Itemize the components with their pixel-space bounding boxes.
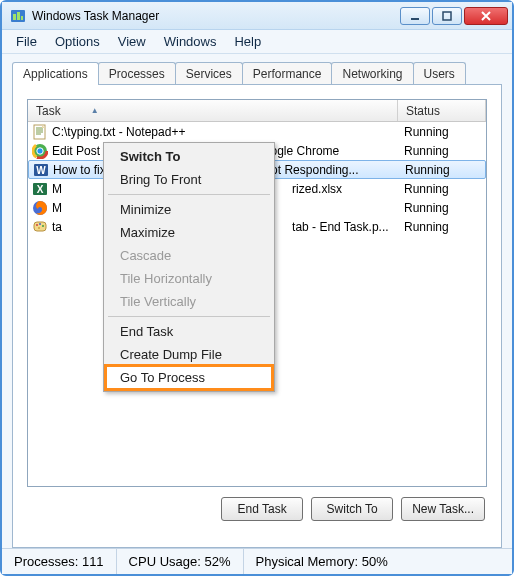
column-status[interactable]: Status: [398, 100, 486, 121]
notepadpp-icon: [32, 124, 48, 140]
context-menu-item[interactable]: Create Dump File: [106, 343, 272, 366]
task-manager-window: Windows Task Manager File Options View W…: [0, 0, 514, 576]
new-task-button[interactable]: New Task...: [401, 497, 485, 521]
svg-text:W: W: [36, 165, 46, 176]
column-status-label: Status: [406, 104, 440, 118]
window-title: Windows Task Manager: [32, 9, 400, 23]
svg-rect-3: [21, 16, 23, 20]
svg-rect-4: [411, 18, 419, 20]
minimize-button[interactable]: [400, 7, 430, 25]
button-row: End Task Switch To New Task...: [27, 487, 487, 533]
context-menu-item[interactable]: End Task: [106, 320, 272, 343]
task-cell: C:\typing.txt - Notepad++: [28, 124, 398, 140]
context-menu-item: Tile Horizontally: [106, 267, 272, 290]
paint-icon: [32, 219, 48, 235]
svg-point-19: [42, 225, 44, 227]
status-cpu: CPU Usage: 52%: [117, 549, 244, 574]
tab-applications[interactable]: Applications: [12, 62, 99, 85]
tabstrip: Applications Processes Services Performa…: [12, 60, 502, 84]
context-menu-item: Cascade: [106, 244, 272, 267]
svg-point-18: [39, 223, 41, 225]
context-menu-separator: [108, 316, 270, 317]
status-cell: Running: [399, 163, 485, 177]
tab-processes[interactable]: Processes: [98, 62, 176, 84]
status-cell: Running: [398, 144, 486, 158]
column-task-label: Task: [36, 104, 61, 118]
switch-to-button[interactable]: Switch To: [311, 497, 393, 521]
svg-text:X: X: [37, 184, 44, 195]
task-name: M: [52, 201, 62, 215]
word-icon: W: [33, 162, 49, 178]
list-header: Task ▲ Status: [28, 100, 486, 122]
task-name: C:\typing.txt - Notepad++: [52, 125, 185, 139]
context-menu-item: Tile Vertically: [106, 290, 272, 313]
excel-icon: X: [32, 181, 48, 197]
tab-services[interactable]: Services: [175, 62, 243, 84]
menubar: File Options View Windows Help: [2, 30, 512, 54]
svg-rect-2: [17, 12, 20, 20]
close-button[interactable]: [464, 7, 508, 25]
context-menu-item[interactable]: Switch To: [106, 145, 272, 168]
statusbar: Processes: 111 CPU Usage: 52% Physical M…: [2, 548, 512, 574]
status-cell: Running: [398, 220, 486, 234]
client-area: Applications Processes Services Performa…: [2, 54, 512, 548]
svg-point-20: [38, 227, 40, 229]
tab-networking[interactable]: Networking: [331, 62, 413, 84]
svg-point-17: [36, 224, 38, 226]
titlebar[interactable]: Windows Task Manager: [2, 2, 512, 30]
sort-indicator-icon: ▲: [91, 106, 99, 115]
app-icon: [10, 8, 26, 24]
status-cell: Running: [398, 201, 486, 215]
context-menu-separator: [108, 194, 270, 195]
chrome-icon: [32, 143, 48, 159]
context-menu-item[interactable]: Minimize: [106, 198, 272, 221]
applications-list[interactable]: Task ▲ Status C:\typing.txt - Notepad++R…: [27, 99, 487, 487]
status-memory: Physical Memory: 50%: [244, 549, 513, 574]
svg-rect-1: [13, 14, 16, 20]
titlebar-buttons: [400, 7, 508, 25]
status-processes: Processes: 111: [2, 549, 117, 574]
context-menu-item[interactable]: Go To Process: [106, 366, 272, 389]
status-cell: Running: [398, 182, 486, 196]
context-menu-item[interactable]: Bring To Front: [106, 168, 272, 191]
menu-windows[interactable]: Windows: [156, 32, 225, 51]
menu-view[interactable]: View: [110, 32, 154, 51]
column-task[interactable]: Task ▲: [28, 100, 398, 121]
table-row[interactable]: C:\typing.txt - Notepad++Running: [28, 122, 486, 141]
tab-users[interactable]: Users: [413, 62, 466, 84]
context-menu-item[interactable]: Maximize: [106, 221, 272, 244]
maximize-button[interactable]: [432, 7, 462, 25]
svg-point-10: [37, 147, 43, 153]
menu-options[interactable]: Options: [47, 32, 108, 51]
menu-help[interactable]: Help: [226, 32, 269, 51]
context-menu: Switch ToBring To FrontMinimizeMaximizeC…: [103, 142, 275, 392]
tab-panel: Task ▲ Status C:\typing.txt - Notepad++R…: [12, 84, 502, 548]
status-cell: Running: [398, 125, 486, 139]
menu-file[interactable]: File: [8, 32, 45, 51]
end-task-button[interactable]: End Task: [221, 497, 303, 521]
tab-performance[interactable]: Performance: [242, 62, 333, 84]
svg-rect-5: [443, 12, 451, 20]
firefox-icon: [32, 200, 48, 216]
